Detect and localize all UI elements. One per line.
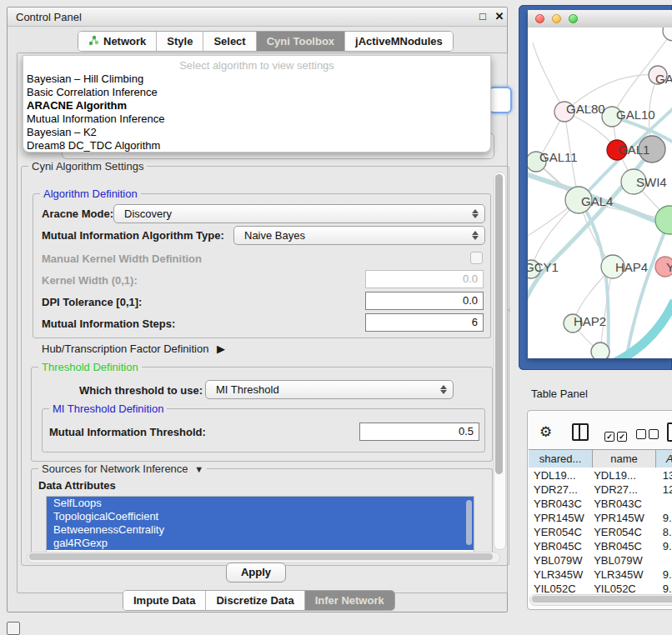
mi-threshold-definition-title: MI Threshold Definition xyxy=(49,402,167,415)
which-threshold-combo[interactable]: MI Threshold xyxy=(205,380,454,399)
node-label: HAP2 xyxy=(574,314,606,328)
node-label: GAL10 xyxy=(616,108,655,122)
cyni-algorithm-settings-title: Cyni Algorithm Settings xyxy=(28,160,147,172)
table-header: shared... name A xyxy=(529,449,672,469)
chevron-up-icon xyxy=(472,231,479,235)
tab-cyni-toolbox[interactable]: Cyni Toolbox xyxy=(257,32,345,51)
dpi-tolerance-field[interactable]: 0.0 xyxy=(365,292,484,310)
algorithm-option-selected[interactable]: ARACNE Algorithm xyxy=(27,99,127,112)
select-all-checks-icon[interactable]: ✓✓ xyxy=(604,428,627,442)
chevron-up-icon xyxy=(440,385,447,389)
algorithm-option[interactable]: Dream8 DC_TDC Algorithm xyxy=(27,139,160,152)
algorithm-definition-title: Algorithm Definition xyxy=(40,188,141,200)
attribute-item[interactable]: gal4RGexp xyxy=(47,537,474,550)
table-row[interactable]: YDR27...YDR27...12 xyxy=(529,482,672,497)
control-panel-titlebar xyxy=(8,8,507,27)
aracne-mode-combo[interactable]: Discovery xyxy=(113,204,485,223)
hub-tf-definition-expander[interactable]: Hub/Transcription Factor Definition ▶ xyxy=(42,342,225,355)
cyni-algorithm-settings-group: Cyni Algorithm Settings Algorithm Defini… xyxy=(21,166,509,566)
mac-close-icon[interactable] xyxy=(535,14,544,23)
attribute-item[interactable]: TopologicalCoefficient xyxy=(47,510,474,523)
split-pane-handle[interactable]: ‹ xyxy=(508,307,512,314)
manual-kernel-width-label: Manual Kernel Width Definition xyxy=(42,252,202,265)
mi-steps-label: Mutual Information Steps: xyxy=(42,318,175,330)
table-horizontal-scrollbar[interactable] xyxy=(529,594,672,606)
algorithm-option[interactable]: Mutual Information Inference xyxy=(27,112,164,126)
table-row[interactable]: YBR043CYBR043C xyxy=(529,497,672,511)
table-row[interactable]: YPR145WYPR145W9. xyxy=(529,511,672,525)
collapse-down-icon: ▼ xyxy=(194,464,203,474)
float-window-icon[interactable]: □ xyxy=(476,10,489,23)
algorithm-definition-group: Algorithm Definition Aracne Mode: Discov… xyxy=(33,193,491,338)
tab-discretize-data[interactable]: Discretize Data xyxy=(206,591,304,610)
network-node[interactable] xyxy=(591,342,609,358)
chevron-up-icon xyxy=(472,209,479,213)
settings-horizontal-scrollbar[interactable] xyxy=(27,552,500,563)
network-window-titlebar xyxy=(528,10,672,28)
mi-algorithm-type-combo[interactable]: Naive Bayes xyxy=(233,226,485,245)
node-label: GAL4 xyxy=(581,194,613,208)
algorithm-dropdown-placeholder: Select algorithm to view settings xyxy=(23,59,490,72)
column-header-shared[interactable]: shared... xyxy=(529,450,593,468)
node-label: GAL1 xyxy=(618,142,649,157)
chevron-down-icon xyxy=(440,390,447,394)
tab-impute-data[interactable]: Impute Data xyxy=(123,591,206,610)
mi-threshold-definition-group: MI Threshold Definition Mutual Informati… xyxy=(42,408,485,452)
threshold-definition-title: Threshold Definition xyxy=(38,361,142,373)
sources-title[interactable]: Sources for Network Inference ▼ xyxy=(38,462,207,475)
table-panel: ⚙ ✓✓ shared... name A YDL19...YDL19...13… xyxy=(527,410,672,610)
table-row[interactable]: YER054CYER054C8. xyxy=(529,525,672,539)
docked-panel-icon[interactable] xyxy=(7,622,20,635)
network-node-green[interactable] xyxy=(655,206,672,234)
tab-network[interactable]: Network xyxy=(78,32,157,51)
tab-infer-network[interactable]: Infer Network xyxy=(305,591,394,610)
close-icon[interactable]: ✕ xyxy=(493,10,506,23)
column-header-partial[interactable]: A xyxy=(656,450,672,468)
mi-threshold-field[interactable]: 0.5 xyxy=(359,422,479,441)
network-canvas[interactable]: GAL GAL80 GAL10 GAL1 GAL11 SWI4 GAL4 GCY… xyxy=(528,28,672,358)
table-row[interactable]: YLR345WYLR345W9. xyxy=(529,568,672,582)
kernel-width-label: Kernel Width (0,1): xyxy=(42,274,138,287)
data-attributes-label: Data Attributes xyxy=(38,479,116,492)
algorithm-option[interactable]: Bayesian – Hill Climbing xyxy=(27,72,143,86)
tab-jactivemnodules[interactable]: jActiveMNodules xyxy=(345,32,453,51)
table-row[interactable]: YBL079WYBL079W xyxy=(529,553,672,568)
apply-button[interactable]: Apply xyxy=(226,562,286,582)
mac-minimize-icon[interactable] xyxy=(552,14,561,23)
clear-all-checks-icon[interactable] xyxy=(636,428,659,442)
table-body: YDL19...YDL19...13 YDR27...YDR27...12 YB… xyxy=(529,468,672,593)
table-row[interactable]: YDL19...YDL19...13 xyxy=(529,468,672,482)
node-label: SWI4 xyxy=(636,175,667,189)
algorithm-combo-fragment[interactable] xyxy=(489,87,512,113)
bottom-tabbar: Impute Data Discretize Data Infer Networ… xyxy=(123,590,395,611)
tab-select[interactable]: Select xyxy=(203,32,256,51)
table-row[interactable]: YIL052CYIL052C9. xyxy=(529,582,672,593)
column-header-name[interactable]: name xyxy=(593,450,656,468)
table-row[interactable]: YBR045CYBR045C9. xyxy=(529,539,672,553)
dpi-tolerance-label: DPI Tolerance [0,1]: xyxy=(42,296,142,308)
attribute-item[interactable]: BetweennessCentrality xyxy=(47,523,474,537)
manual-kernel-width-checkbox xyxy=(470,252,483,264)
network-node[interactable] xyxy=(663,28,672,41)
list-vertical-scrollbar[interactable] xyxy=(465,498,473,548)
settings-vertical-scrollbar[interactable] xyxy=(494,172,506,550)
aracne-mode-label: Aracne Mode: xyxy=(42,208,113,220)
new-document-icon[interactable] xyxy=(667,422,672,442)
mac-zoom-icon[interactable] xyxy=(569,14,578,23)
which-threshold-label: Which threshold to use: xyxy=(79,384,203,397)
attribute-item[interactable]: SelfLoops xyxy=(47,497,474,510)
control-panel-tabbar: Network Style Select Cyni Toolbox jActiv… xyxy=(78,31,454,52)
mi-steps-field[interactable]: 6 xyxy=(365,313,484,332)
algorithm-option[interactable]: Basic Correlation Inference xyxy=(27,86,158,99)
gear-icon[interactable]: ⚙ xyxy=(539,423,552,441)
kernel-width-field: 0.0 xyxy=(365,270,484,288)
network-view-frame: GAL GAL80 GAL10 GAL1 GAL11 SWI4 GAL4 GCY… xyxy=(519,5,672,370)
mi-threshold-label: Mutual Information Threshold: xyxy=(49,426,206,438)
control-panel: Control Panel □ ✕ Network Style Select C… xyxy=(7,7,508,612)
network-icon xyxy=(88,35,99,48)
node-label: GAL80 xyxy=(566,102,605,116)
algorithm-option[interactable]: Bayesian – K2 xyxy=(27,126,97,139)
columns-icon[interactable] xyxy=(572,423,589,441)
tab-style[interactable]: Style xyxy=(157,32,203,51)
node-label: GAL xyxy=(655,72,672,86)
